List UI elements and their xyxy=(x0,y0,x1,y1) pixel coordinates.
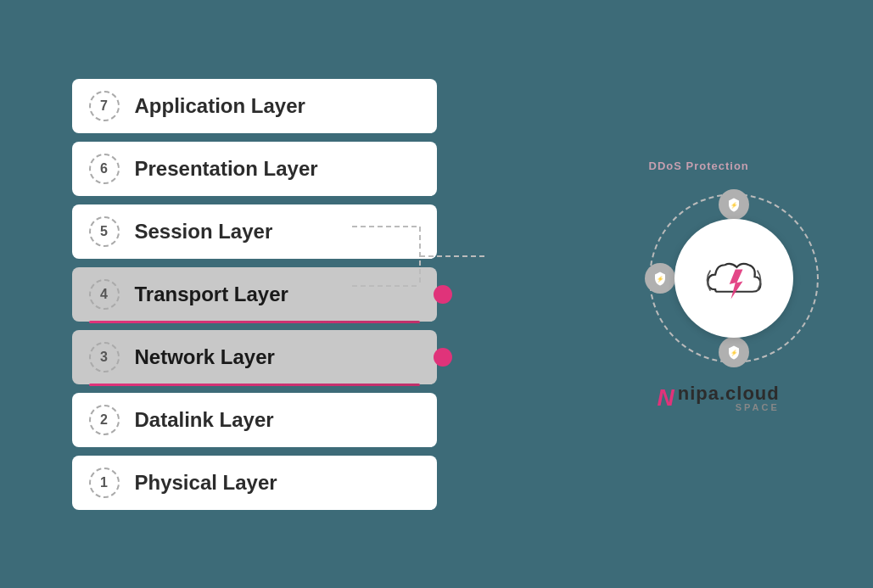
right-area: DDoS Protection ⚡ ⚡ ⚡ xyxy=(641,160,827,412)
svg-text:⚡: ⚡ xyxy=(730,349,738,356)
layer-number-4: 4 xyxy=(89,279,120,310)
nipa-space-label: SPACE xyxy=(678,403,780,412)
layer-number-5: 5 xyxy=(89,216,120,247)
nipa-cloud-name: nipa.cloud xyxy=(678,384,780,403)
layer-item-4: 4Transport Layer xyxy=(72,267,437,322)
layer-number-3: 3 xyxy=(89,342,120,372)
cloud-diagram: ⚡ ⚡ ⚡ xyxy=(641,185,827,372)
shield-top-icon: ⚡ xyxy=(719,189,749,220)
layer-name-6: Presentation Layer xyxy=(135,157,318,181)
ddos-label: DDoS Protection xyxy=(649,160,749,172)
dot-connector-3 xyxy=(434,348,452,367)
layer-number-6: 6 xyxy=(89,154,120,184)
svg-marker-7 xyxy=(729,269,742,299)
layer-name-1: Physical Layer xyxy=(135,471,277,495)
shield-left-icon: ⚡ xyxy=(645,263,675,294)
dot-connector-4 xyxy=(434,285,452,304)
shield-bottom-icon: ⚡ xyxy=(719,337,749,367)
layer-name-4: Transport Layer xyxy=(135,283,288,306)
nipa-logo: N nipa.cloud SPACE xyxy=(658,384,780,412)
layer-name-2: Datalink Layer xyxy=(135,408,274,432)
layer-item-1: 1Physical Layer xyxy=(72,456,437,510)
layer-item-2: 2Datalink Layer xyxy=(72,393,437,447)
layers-column: 7Application Layer6Presentation Layer5Se… xyxy=(72,79,437,510)
svg-text:⚡: ⚡ xyxy=(657,275,664,283)
cloud-lightning-icon xyxy=(696,249,772,308)
layer-item-7: 7Application Layer xyxy=(72,79,437,133)
nipa-n-letter: N xyxy=(658,386,674,410)
layer-item-5: 5Session Layer xyxy=(72,204,437,259)
main-container: 7Application Layer6Presentation Layer5Se… xyxy=(0,0,873,588)
layer-name-3: Network Layer xyxy=(135,345,275,369)
layer-number-7: 7 xyxy=(89,91,120,121)
layer-item-3: 3Network Layer xyxy=(72,330,437,384)
inner-circle xyxy=(674,219,793,338)
layer-number-2: 2 xyxy=(89,405,120,435)
layer-number-1: 1 xyxy=(89,468,120,498)
layer-item-6: 6Presentation Layer xyxy=(72,142,437,196)
layer-name-5: Session Layer xyxy=(135,220,273,244)
svg-text:⚡: ⚡ xyxy=(730,201,738,209)
layer-name-7: Application Layer xyxy=(135,94,305,118)
nipa-text: nipa.cloud SPACE xyxy=(678,384,780,412)
